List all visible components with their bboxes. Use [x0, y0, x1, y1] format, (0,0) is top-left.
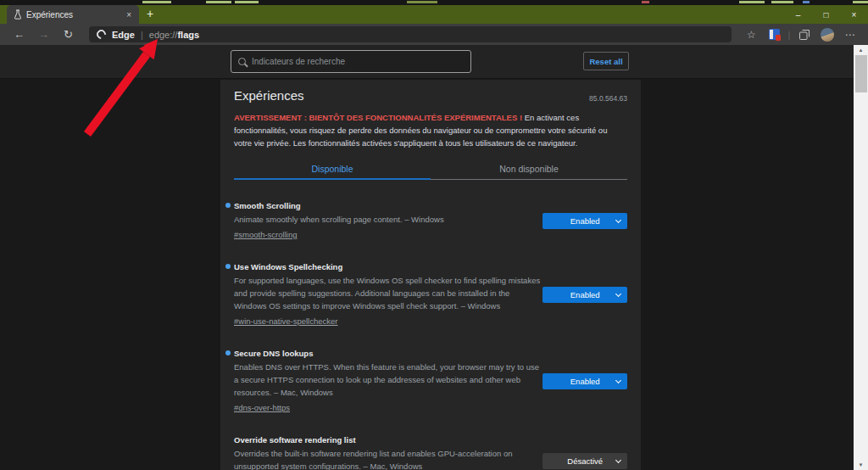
- chevron-down-icon: [615, 290, 621, 296]
- site-name: Edge: [112, 30, 135, 40]
- titlebar: Expériences × + – □ ×: [0, 5, 868, 24]
- extension-icon[interactable]: [763, 29, 786, 40]
- tab-close-icon[interactable]: ×: [124, 9, 134, 20]
- flag-dropdown[interactable]: Enabled: [542, 287, 627, 303]
- chevron-down-icon: [615, 377, 621, 383]
- flag-name: Smooth Scrolling: [234, 201, 301, 210]
- highlight-dot: [225, 264, 231, 269]
- search-input[interactable]: [252, 57, 464, 66]
- flag-anchor-link[interactable]: #dns-over-https: [234, 403, 290, 412]
- search-icon: [238, 58, 246, 65]
- chevron-down-icon: [615, 457, 621, 463]
- close-window-button[interactable]: ×: [840, 5, 868, 24]
- new-tab-button[interactable]: +: [142, 7, 158, 20]
- back-button[interactable]: ←: [7, 28, 31, 41]
- flag-row-windows-spellchecking: Use Windows Spellchecking For supported …: [234, 261, 627, 327]
- chevron-down-icon: [615, 216, 621, 222]
- highlight-dot: [225, 203, 231, 208]
- highlight-dot: [225, 350, 231, 355]
- flag-row-override-software-rendering: Override software rendering list Overrid…: [234, 434, 627, 470]
- window-controls: – □ ×: [784, 5, 868, 24]
- flags-content: Expériences 85.0.564.63 AVERTISSEMENT : …: [220, 80, 641, 470]
- address-separator: |: [141, 30, 143, 40]
- flag-name: Use Windows Spellchecking: [234, 262, 342, 271]
- page-title: Expériences: [234, 88, 627, 103]
- browser-version: 85.0.564.63: [589, 94, 627, 103]
- flag-name: Override software rendering list: [234, 435, 356, 445]
- flag-row-secure-dns: Secure DNS lookups Enables DNS over HTTP…: [234, 348, 627, 414]
- favorites-star-icon[interactable]: ☆: [740, 29, 763, 41]
- reset-all-button[interactable]: Reset all: [583, 52, 629, 70]
- flag-dropdown-value: Enabled: [570, 290, 600, 299]
- flags-search-header: Reset all: [0, 45, 868, 79]
- scroll-up-icon[interactable]: ▲: [854, 45, 868, 55]
- refresh-button[interactable]: ↻: [56, 28, 81, 41]
- flag-dropdown-value: Enabled: [570, 377, 600, 386]
- toolbar-separator: |: [786, 30, 793, 40]
- settings-more-icon[interactable]: ⋯: [838, 29, 861, 41]
- tab-available[interactable]: Disponible: [234, 161, 431, 180]
- scrollbar-thumb[interactable]: [855, 55, 867, 92]
- url-scheme: edge://: [149, 30, 178, 40]
- tab-title: Expériences: [26, 10, 124, 20]
- flag-description: Enables DNS over HTTPS. When this featur…: [234, 361, 542, 399]
- address-bar[interactable]: Edge | edge://flags: [89, 26, 732, 42]
- flag-dropdown-value: Désactivé: [567, 456, 603, 466]
- flag-description: For supported languages, use the Windows…: [234, 274, 542, 312]
- flag-dropdown-value: Enabled: [570, 216, 600, 226]
- flags-page: Reset all Expériences 85.0.564.63 AVERTI…: [0, 45, 868, 470]
- flag-description: Overrides the built-in software renderin…: [234, 447, 542, 470]
- edge-logo-icon: [95, 28, 108, 41]
- browser-toolbar: ← → ↻ Edge | edge://flags ☆ | ⋯: [0, 24, 868, 45]
- search-box[interactable]: [231, 50, 471, 73]
- flags-tabs: Disponible Non disponible: [234, 161, 627, 180]
- profile-avatar[interactable]: [815, 28, 838, 42]
- flask-icon: [14, 9, 22, 20]
- flag-anchor-link[interactable]: #smooth-scrolling: [234, 230, 297, 239]
- warning-heading: AVERTISSEMENT : BIENTÔT DES FONCTIONNALI…: [234, 113, 522, 122]
- flag-name: Secure DNS lookups: [234, 349, 313, 358]
- experimental-warning: AVERTISSEMENT : BIENTÔT DES FONCTIONNALI…: [234, 111, 627, 149]
- edge-browser-window: Expériences × + – □ × ← → ↻ Edge | edge:…: [0, 0, 868, 470]
- url-host: flags: [177, 30, 199, 40]
- browser-tab-experiences[interactable]: Expériences ×: [7, 5, 139, 24]
- scroll-down-icon[interactable]: ▼: [854, 460, 868, 470]
- collections-icon[interactable]: [793, 29, 815, 41]
- flag-dropdown[interactable]: Enabled: [542, 373, 627, 389]
- flag-dropdown[interactable]: Désactivé: [542, 453, 627, 469]
- flag-dropdown[interactable]: Enabled: [542, 213, 627, 229]
- forward-button: →: [31, 28, 56, 41]
- tab-unavailable[interactable]: Non disponible: [431, 161, 627, 180]
- flag-description: Animate smoothly when scrolling page con…: [234, 213, 542, 226]
- minimize-button[interactable]: –: [784, 5, 812, 24]
- flag-row-smooth-scrolling: Smooth Scrolling Animate smoothly when s…: [234, 200, 627, 241]
- flag-anchor-link[interactable]: #win-use-native-spellchecker: [234, 316, 338, 326]
- page-scrollbar[interactable]: ▲ ▼: [854, 45, 868, 470]
- maximize-button[interactable]: □: [812, 5, 840, 24]
